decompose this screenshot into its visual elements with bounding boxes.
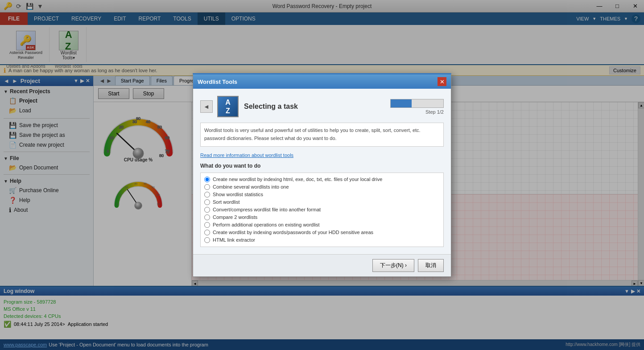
modal-progress-fill xyxy=(391,99,412,107)
modal-progress-row: Step 1/2 xyxy=(390,99,444,115)
radio-opt6[interactable] xyxy=(204,214,210,220)
modal-option-6[interactable]: Compare 2 wordlists xyxy=(204,214,440,220)
modal-description: Wordlist tools is very useful and powerf… xyxy=(200,123,444,146)
modal-back-btn[interactable]: ◄ xyxy=(200,100,213,113)
modal-option-1[interactable]: Create new wordlist by indexing html, ex… xyxy=(204,177,440,182)
opt2-label: Combine several wordlists into one xyxy=(213,184,289,189)
modal-content: ◄ AZ Selecting a task Step 1/2 Wordlist … xyxy=(193,89,451,254)
radio-opt2[interactable] xyxy=(204,184,210,190)
opt8-label: Create wordlist by indexing words/passwo… xyxy=(213,230,373,235)
modal-overlay: Wordlist Tools ✕ ◄ AZ Selecting a task S… xyxy=(0,0,644,350)
radio-opt8[interactable] xyxy=(204,230,210,235)
opt6-label: Compare 2 wordlists xyxy=(213,214,257,220)
modal-step-text: Step 1/2 xyxy=(425,109,444,115)
modal-titlebar: Wordlist Tools ✕ xyxy=(193,74,451,89)
modal-option-4[interactable]: Sort wordlist xyxy=(204,199,440,205)
modal-question: What do you want to do xyxy=(200,163,444,169)
radio-opt4[interactable] xyxy=(204,199,210,205)
radio-opt9[interactable] xyxy=(204,237,210,243)
modal-option-2[interactable]: Combine several wordlists into one xyxy=(204,184,440,190)
radio-opt3[interactable] xyxy=(204,192,210,198)
modal-header-row: ◄ AZ Selecting a task Step 1/2 xyxy=(200,96,444,117)
modal-title: Wordlist Tools xyxy=(198,78,237,85)
modal-options: Create new wordlist by indexing html, ex… xyxy=(200,173,444,247)
modal-read-more-link[interactable]: Read more information about wordlist too… xyxy=(200,152,293,158)
spacer xyxy=(200,158,444,163)
modal-desc-text: Wordlist tools is very useful and powerf… xyxy=(204,128,421,141)
modal-close-btn[interactable]: ✕ xyxy=(438,77,446,86)
opt9-label: HTML link extractor xyxy=(213,237,255,243)
modal-big-icon: AZ xyxy=(217,96,239,117)
opt3-label: Show wordlist statistics xyxy=(213,192,263,197)
modal-option-8[interactable]: Create wordlist by indexing words/passwo… xyxy=(204,230,440,235)
modal-cancel-btn[interactable]: 取消 xyxy=(418,259,444,272)
modal-option-5[interactable]: Convert/compress wordlist file into anot… xyxy=(204,207,440,213)
modal-footer: 下一步(N) › 取消 xyxy=(193,254,451,276)
modal-progress-bar xyxy=(390,99,444,108)
opt1-label: Create new wordlist by indexing html, ex… xyxy=(213,177,382,182)
modal-next-btn[interactable]: 下一步(N) › xyxy=(372,259,414,272)
modal-task-title: Selecting a task xyxy=(244,103,298,111)
modal-option-7[interactable]: Perform additional operations on existin… xyxy=(204,222,440,228)
opt4-label: Sort wordlist xyxy=(213,199,240,205)
radio-opt7[interactable] xyxy=(204,222,210,228)
modal-option-9[interactable]: HTML link extractor xyxy=(204,237,440,243)
wordlist-tools-modal: Wordlist Tools ✕ ◄ AZ Selecting a task S… xyxy=(193,73,451,276)
radio-opt5[interactable] xyxy=(204,207,210,213)
radio-opt1[interactable] xyxy=(204,177,210,182)
opt7-label: Perform additional operations on existin… xyxy=(213,222,320,227)
opt5-label: Convert/compress wordlist file into anot… xyxy=(213,207,321,212)
modal-option-3[interactable]: Show wordlist statistics xyxy=(204,192,440,198)
